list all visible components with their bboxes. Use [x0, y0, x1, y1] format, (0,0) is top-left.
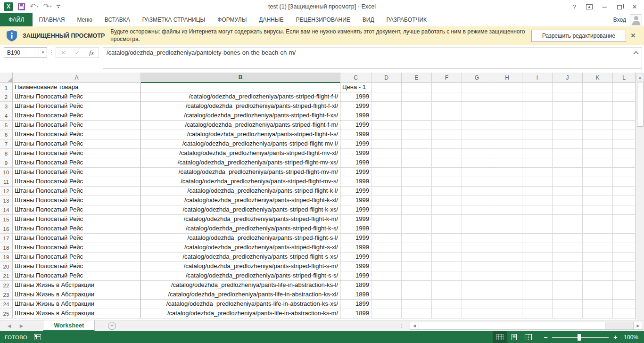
- cell-C4[interactable]: 1999: [340, 111, 372, 121]
- cell-J5[interactable]: [553, 121, 583, 130]
- cell-H12[interactable]: [492, 187, 522, 196]
- zoom-slider[interactable]: [552, 337, 609, 338]
- cell-A1[interactable]: Наименование товара: [13, 83, 141, 92]
- cell-K22[interactable]: [583, 281, 613, 290]
- cell-K5[interactable]: [583, 121, 613, 130]
- cell-H25[interactable]: [492, 309, 522, 318]
- cell-E9[interactable]: [402, 158, 432, 168]
- cell-J24[interactable]: [553, 300, 583, 309]
- cell-I1[interactable]: [522, 83, 553, 92]
- column-header-E[interactable]: E: [402, 73, 432, 83]
- cell-A5[interactable]: Штаны Полосатый Рейс: [13, 121, 141, 130]
- column-header-L[interactable]: L: [613, 73, 636, 83]
- cell-B1[interactable]: [141, 83, 340, 92]
- cell-I6[interactable]: [522, 130, 553, 139]
- cell-E5[interactable]: [402, 121, 432, 130]
- cell-J22[interactable]: [553, 281, 583, 290]
- cell-C7[interactable]: 1999: [340, 139, 372, 149]
- cell-G6[interactable]: [462, 130, 492, 139]
- cell-B16[interactable]: /catalog/odezhda_predlozheniya/pants-str…: [141, 224, 340, 234]
- cell-D9[interactable]: [372, 158, 402, 168]
- cell-B22[interactable]: /catalog/odezhda_predlozheniya/pants-lif…: [141, 281, 340, 290]
- cell-A24[interactable]: Штаны Жизнь в Абстракции: [13, 300, 141, 309]
- cell-E23[interactable]: [402, 290, 432, 300]
- cell-F7[interactable]: [432, 139, 462, 149]
- cell-K14[interactable]: [583, 205, 613, 215]
- cell-K4[interactable]: [583, 111, 613, 121]
- cell-C15[interactable]: 1999: [340, 215, 372, 224]
- cell-G22[interactable]: [462, 281, 492, 290]
- cell-C5[interactable]: 1999: [340, 121, 372, 130]
- cell-G2[interactable]: [462, 92, 492, 102]
- prev-sheet-icon[interactable]: ◀: [8, 323, 11, 328]
- cell-K20[interactable]: [583, 262, 613, 271]
- cell-A11[interactable]: Штаны Полосатый Рейс: [13, 177, 141, 187]
- cell-F20[interactable]: [432, 262, 462, 271]
- row-header-24[interactable]: 24: [0, 300, 13, 309]
- cell-E17[interactable]: [402, 234, 432, 243]
- excel-logo-icon[interactable]: X: [4, 2, 13, 11]
- select-all-corner[interactable]: [0, 73, 13, 83]
- cell-L17[interactable]: [613, 234, 636, 243]
- cell-K7[interactable]: [583, 139, 613, 149]
- cell-E8[interactable]: [402, 149, 432, 158]
- cell-L3[interactable]: [613, 102, 636, 111]
- cell-H18[interactable]: [492, 243, 522, 253]
- cell-K10[interactable]: [583, 168, 613, 177]
- cell-K23[interactable]: [583, 290, 613, 300]
- row-header-2[interactable]: 2: [0, 92, 13, 102]
- cell-L19[interactable]: [613, 253, 636, 262]
- cell-K1[interactable]: [583, 83, 613, 92]
- cell-A20[interactable]: Штаны Полосатый Рейс: [13, 262, 141, 271]
- cell-E18[interactable]: [402, 243, 432, 253]
- cell-J23[interactable]: [553, 290, 583, 300]
- cell-G15[interactable]: [462, 215, 492, 224]
- vertical-scrollbar[interactable]: ▲: [636, 73, 644, 320]
- cell-G7[interactable]: [462, 139, 492, 149]
- cell-A14[interactable]: Штаны Полосатый Рейс: [13, 205, 141, 215]
- cell-A7[interactable]: Штаны Полосатый Рейс: [13, 139, 141, 149]
- cell-B19[interactable]: /catalog/odezhda_predlozheniya/pants-str…: [141, 253, 340, 262]
- cell-A18[interactable]: Штаны Полосатый Рейс: [13, 243, 141, 253]
- cell-A12[interactable]: Штаны Полосатый Рейс: [13, 187, 141, 196]
- column-header-D[interactable]: D: [372, 73, 402, 83]
- row-header-21[interactable]: 21: [0, 271, 13, 281]
- cell-B21[interactable]: /catalog/odezhda_predlozheniya/pants-str…: [141, 271, 340, 281]
- cell-E10[interactable]: [402, 168, 432, 177]
- cell-H10[interactable]: [492, 168, 522, 177]
- cell-H13[interactable]: [492, 196, 522, 205]
- cell-B13[interactable]: /catalog/odezhda_predlozheniya/pants-str…: [141, 196, 340, 205]
- name-box[interactable]: B190 ▼: [4, 47, 47, 58]
- cell-C3[interactable]: 1999: [340, 102, 372, 111]
- column-header-J[interactable]: J: [553, 73, 583, 83]
- insert-function-icon[interactable]: fx: [84, 49, 99, 57]
- cell-F14[interactable]: [432, 205, 462, 215]
- cell-K9[interactable]: [583, 158, 613, 168]
- column-header-I[interactable]: I: [522, 73, 553, 83]
- cell-A22[interactable]: Штаны Жизнь в Абстракции: [13, 281, 141, 290]
- cell-J8[interactable]: [553, 149, 583, 158]
- cell-L25[interactable]: [613, 309, 636, 318]
- cell-E20[interactable]: [402, 262, 432, 271]
- cell-B10[interactable]: /catalog/odezhda_predlozheniya/pants-str…: [141, 168, 340, 177]
- cell-G5[interactable]: [462, 121, 492, 130]
- cell-J4[interactable]: [553, 111, 583, 121]
- cell-L1[interactable]: [613, 83, 636, 92]
- cell-A15[interactable]: Штаны Полосатый Рейс: [13, 215, 141, 224]
- cell-J1[interactable]: [553, 83, 583, 92]
- cell-G23[interactable]: [462, 290, 492, 300]
- cell-J7[interactable]: [553, 139, 583, 149]
- cell-F9[interactable]: [432, 158, 462, 168]
- ribbon-tab-page-layout[interactable]: РАЗМЕТКА СТРАНИЦЫ: [136, 13, 212, 26]
- cell-C17[interactable]: 1999: [340, 234, 372, 243]
- cell-C10[interactable]: 1999: [340, 168, 372, 177]
- cell-J19[interactable]: [553, 253, 583, 262]
- cell-A16[interactable]: Штаны Полосатый Рейс: [13, 224, 141, 234]
- cell-C22[interactable]: 1899: [340, 281, 372, 290]
- cell-F1[interactable]: [432, 83, 462, 92]
- row-header-16[interactable]: 16: [0, 224, 13, 234]
- row-header-1[interactable]: 1: [0, 83, 13, 92]
- customize-qat-button[interactable]: ▾: [57, 5, 60, 8]
- cell-I16[interactable]: [522, 224, 553, 234]
- cell-I20[interactable]: [522, 262, 553, 271]
